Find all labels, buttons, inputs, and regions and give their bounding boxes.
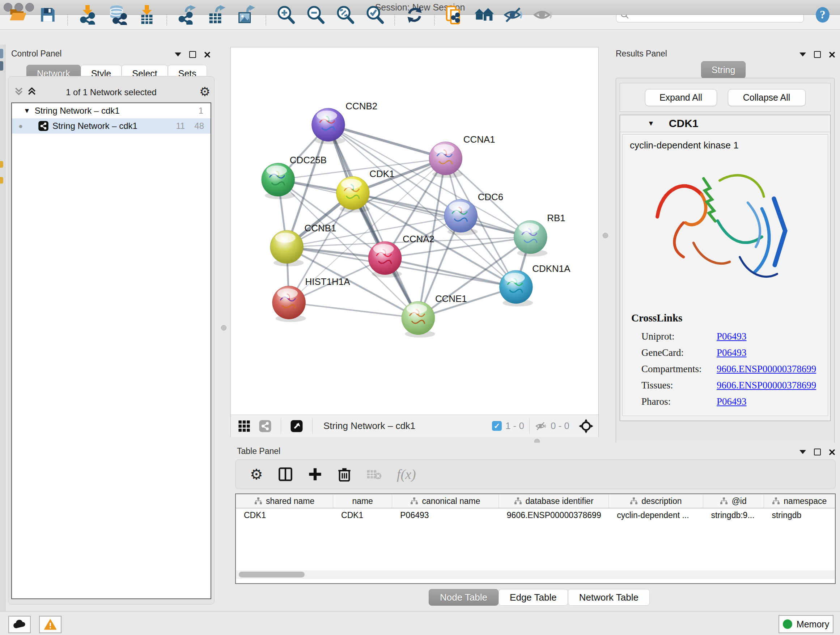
float-panel-icon[interactable] — [189, 51, 196, 58]
open-session-button[interactable] — [8, 5, 28, 25]
column-header-namespace[interactable]: namespace — [764, 494, 835, 508]
float-panel-icon[interactable] — [814, 51, 821, 58]
node-label-RB1: RB1 — [547, 213, 565, 223]
table-horizontal-scrollbar[interactable] — [236, 570, 835, 579]
column-header-shared-name[interactable]: shared name — [236, 494, 333, 508]
zoom-out-button[interactable] — [305, 5, 325, 25]
grid-view-button[interactable] — [234, 420, 255, 432]
import-table-from-file-button[interactable] — [137, 5, 157, 25]
canvas-network-name: String Network – cdk1 — [324, 420, 492, 432]
network-view-button[interactable] — [255, 420, 276, 432]
crosslink-label: GeneCard: — [641, 347, 717, 358]
network-node-CDC25B[interactable]: CDC25B — [262, 155, 327, 199]
section-expander-icon[interactable]: ▼ — [647, 119, 654, 127]
save-session-button[interactable] — [38, 5, 58, 25]
vertical-splitter-handle[interactable] — [221, 325, 226, 331]
column-header-database-identifier[interactable]: database identifier — [499, 494, 609, 508]
tab-edge-table[interactable]: Edge Table — [499, 589, 568, 606]
crosslink-genecard[interactable]: P06493 — [717, 347, 747, 358]
network-node-CCNB1[interactable]: CCNB1 — [270, 223, 336, 266]
network-tree: ▼ String Network – cdk1 1 ● String Netwo… — [11, 103, 211, 599]
scrollbar-thumb[interactable] — [239, 572, 305, 578]
expand-all-button[interactable]: Expand All — [645, 89, 717, 106]
panel-menu-icon[interactable] — [799, 52, 806, 57]
show-columns-icon[interactable] — [278, 467, 293, 481]
zoom-fit-button[interactable] — [335, 5, 355, 25]
crosslink-uniprot[interactable]: P06493 — [717, 331, 747, 342]
status-bar: Memory — [0, 611, 840, 635]
network-options-gear-icon[interactable]: ⚙ — [199, 84, 210, 99]
tab-node-table[interactable]: Node Table — [429, 589, 499, 606]
network-node-CDKN1A[interactable]: CDKN1A — [500, 264, 571, 307]
protein-section-header[interactable]: ▼ CDK1 — [620, 115, 830, 132]
canvas-toolbar: String Network – cdk1 ✓ 1 - 0 0 - 0 — [231, 415, 598, 437]
network-collection-row[interactable]: ▼ String Network – cdk1 1 — [12, 103, 210, 119]
table-settings-gear-icon[interactable]: ⚙ — [250, 466, 263, 483]
close-panel-icon[interactable] — [829, 51, 835, 58]
hidden-eye-slash-icon — [534, 421, 548, 432]
column-header-name[interactable]: name — [333, 494, 392, 508]
network-canvas[interactable]: CCNB2CCNA1CDC25BCDK1CDC6RB1CCNB1CCNA2CDK… — [231, 47, 599, 437]
network-node-CCNB2[interactable]: CCNB2 — [312, 101, 378, 144]
network-row-selected[interactable]: ● String Network – cdk1 11 48 — [12, 119, 210, 134]
tab-network-table[interactable]: Network Table — [568, 589, 650, 606]
hide-selected-button[interactable] — [504, 5, 524, 25]
collapse-all-button[interactable]: Collapse All — [728, 89, 806, 106]
close-panel-icon[interactable] — [829, 449, 835, 455]
network-node-CCNA1[interactable]: CCNA1 — [429, 134, 495, 178]
crosslink-pharos[interactable]: P06493 — [717, 396, 747, 407]
network-node-HIST1H1A[interactable]: HIST1H1A — [272, 277, 350, 322]
collapsed-panel-icon[interactable] — [0, 161, 3, 168]
export-table-button[interactable] — [206, 5, 226, 25]
canvas-toolbar-divider — [281, 418, 281, 434]
network-graph[interactable]: CCNB2CCNA1CDC25BCDK1CDC6RB1CCNB1CCNA2CDK… — [231, 48, 598, 415]
node-label-CDC6: CDC6 — [478, 192, 504, 202]
import-network-from-file-button[interactable] — [77, 5, 98, 25]
tab-string[interactable]: String — [701, 61, 745, 79]
export-network-button[interactable] — [177, 5, 197, 25]
export-image-button[interactable] — [236, 5, 256, 25]
add-column-icon[interactable] — [308, 467, 322, 481]
shared-column-icon — [254, 497, 262, 505]
delete-column-icon[interactable] — [338, 467, 351, 481]
zoom-in-button[interactable] — [276, 5, 296, 25]
close-panel-icon[interactable] — [204, 51, 210, 58]
collapsed-panel-icon[interactable] — [0, 61, 3, 71]
shared-column-icon — [630, 497, 638, 505]
column-header-canonical-name[interactable]: canonical name — [392, 494, 499, 508]
network-node-CCNE1[interactable]: CCNE1 — [401, 294, 467, 338]
collection-expander-icon[interactable]: ▼ — [24, 107, 30, 115]
import-network-from-database-button[interactable] — [107, 5, 127, 25]
birds-eye-toggle-button[interactable] — [575, 419, 597, 433]
collection-count: 1 — [199, 106, 203, 116]
panel-menu-icon[interactable] — [799, 450, 806, 454]
cloud-status-button[interactable] — [8, 616, 31, 633]
detach-view-button[interactable] — [286, 420, 307, 432]
network-node-RB1[interactable]: RB1 — [514, 213, 565, 257]
float-panel-icon[interactable] — [814, 448, 821, 455]
protein-structure-image — [644, 157, 807, 301]
image-icon — [239, 13, 250, 22]
show-all-button[interactable] — [533, 5, 554, 25]
selected-checkbox[interactable]: ✓ — [492, 421, 502, 431]
collapsed-panel-icon[interactable] — [0, 177, 3, 184]
table-row[interactable]: CDK1 CDK1 P06493 9606.ENSP00000378699 cy… — [236, 508, 835, 522]
collapsed-panel-icon[interactable] — [0, 49, 3, 58]
warnings-button[interactable] — [39, 616, 62, 633]
clone-network-button[interactable] — [444, 5, 464, 25]
zoom-selected-button[interactable] — [365, 5, 385, 25]
home-button[interactable] — [474, 5, 494, 25]
help-button[interactable]: ? — [813, 5, 832, 25]
apply-layout-button[interactable] — [404, 5, 425, 25]
panel-menu-icon[interactable] — [175, 52, 181, 57]
crosslink-tissues[interactable]: 9606.ENSP00000378699 — [717, 380, 816, 391]
memory-button[interactable]: Memory — [778, 615, 834, 633]
crosslink-label: Tissues: — [641, 380, 717, 391]
node-label-CCNA2: CCNA2 — [403, 234, 434, 244]
vertical-splitter-handle[interactable] — [603, 233, 608, 238]
crosslink-compartments[interactable]: 9606.ENSP00000378699 — [717, 363, 816, 375]
column-header-description[interactable]: description — [609, 494, 703, 508]
share-network-icon — [81, 13, 94, 25]
network-status-dot: ● — [19, 122, 23, 130]
column-header-id[interactable]: @id — [703, 494, 764, 508]
